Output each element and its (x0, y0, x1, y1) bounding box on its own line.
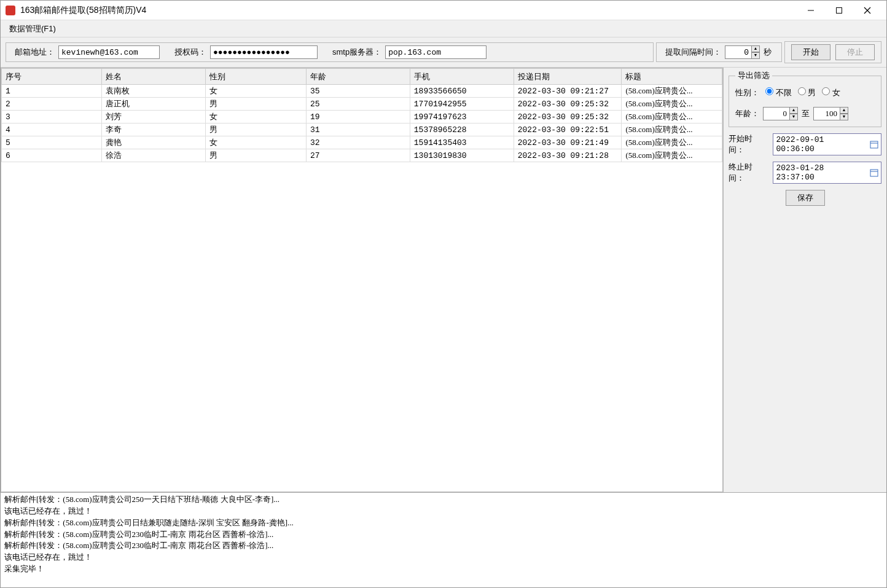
cell-age: 31 (306, 123, 410, 136)
cell-phone: 15378965228 (410, 123, 514, 136)
filter-legend: 导出筛选 (735, 70, 772, 81)
end-time-picker[interactable]: 2023-01-28 23:37:00 (773, 162, 881, 184)
cell-name: 刘芳 (102, 111, 206, 123)
interval-down[interactable]: ▼ (751, 52, 760, 59)
age-to-down[interactable]: ▼ (840, 114, 848, 120)
cell-age: 25 (306, 98, 410, 111)
age-to-label: 至 (802, 108, 810, 119)
cell-name: 徐浩 (102, 149, 206, 162)
svg-rect-4 (870, 141, 878, 148)
column-header[interactable]: 性别 (206, 69, 306, 85)
interval-up[interactable]: ▲ (751, 45, 760, 52)
cell-title: (58.com)应聘贵公... (622, 98, 722, 111)
gender-any-radio[interactable]: 不限 (765, 87, 792, 98)
app-icon (6, 6, 15, 15)
cell-seq: 4 (2, 123, 102, 136)
titlebar: 163邮箱邮件提取(58招聘简历)V4 (1, 1, 886, 20)
interval-label: 提取间隔时间： (665, 47, 721, 58)
mailbox-label: 邮箱地址： (15, 47, 55, 58)
log-line: 解析邮件[转发：(58.com)应聘贵公司230临时工-南京 雨花台区 西善桥-… (4, 529, 883, 541)
auth-input[interactable] (210, 45, 318, 59)
column-header[interactable]: 标题 (622, 69, 722, 85)
cell-phone: 15914135403 (410, 136, 514, 149)
menubar: 数据管理(F1) (1, 20, 886, 37)
app-window: 163邮箱邮件提取(58招聘简历)V4 数据管理(F1) 邮箱地址： 授权码： … (0, 0, 887, 588)
cell-gender: 男 (206, 98, 306, 111)
column-header[interactable]: 投递日期 (514, 69, 622, 85)
mailbox-input[interactable] (58, 45, 160, 59)
auth-label: 授权码： (174, 47, 206, 58)
cell-seq: 3 (2, 111, 102, 123)
stop-button: 停止 (835, 44, 875, 60)
gender-female-radio[interactable]: 女 (822, 87, 840, 98)
cell-title: (58.com)应聘贵公... (622, 123, 722, 136)
maximize-button[interactable] (825, 1, 853, 20)
interval-input[interactable] (725, 45, 752, 59)
log-panel[interactable]: 解析邮件[转发：(58.com)应聘贵公司250一天日结下班结-顺德 大良中区-… (1, 492, 886, 587)
cell-date: 2022-03-30 09:21:27 (514, 85, 622, 98)
calendar-icon (870, 140, 878, 149)
cell-phone: 19974197623 (410, 111, 514, 123)
cell-age: 19 (306, 111, 410, 123)
table-row[interactable]: 6徐浩男27130130198302022-03-30 09:21:28(58.… (2, 149, 722, 162)
log-line: 解析邮件[转发：(58.com)应聘贵公司250一天日结下班结-顺德 大良中区-… (4, 494, 883, 506)
start-button[interactable]: 开始 (791, 44, 830, 60)
cell-date: 2022-03-30 09:21:49 (514, 136, 622, 149)
cell-date: 2022-03-30 09:25:32 (514, 98, 622, 111)
end-time-label: 终止时间： (729, 162, 768, 184)
start-time-label: 开始时间： (729, 133, 768, 155)
toolbar: 邮箱地址： 授权码： smtp服务器： 提取间隔时间： ▲ ▼ 秒 开始 停止 (1, 37, 886, 68)
table-row[interactable]: 3刘芳女19199741976232022-03-30 09:25:32(58.… (2, 111, 722, 123)
age-from-up[interactable]: ▲ (789, 107, 798, 114)
cell-date: 2022-03-30 09:21:28 (514, 149, 622, 162)
table-row[interactable]: 5龚艳女32159141354032022-03-30 09:21:49(58.… (2, 136, 722, 149)
log-line: 该电话已经存在，跳过！ (4, 506, 883, 517)
save-button[interactable]: 保存 (786, 190, 825, 206)
cell-seq: 2 (2, 98, 102, 111)
cell-name: 袁南枚 (102, 85, 206, 98)
smtp-label: smtp服务器： (332, 47, 381, 58)
data-grid[interactable]: 序号姓名性别年龄手机投递日期标题 1袁南枚女35189335666502022-… (1, 68, 723, 492)
age-label: 年龄： (735, 108, 759, 119)
log-line: 解析邮件[转发：(58.com)应聘贵公司230临时工-南京 雨花台区 西善桥-… (4, 540, 883, 552)
cell-seq: 6 (2, 149, 102, 162)
column-header[interactable]: 姓名 (102, 69, 206, 85)
cell-name: 龚艳 (102, 136, 206, 149)
smtp-input[interactable] (385, 45, 486, 59)
column-header[interactable]: 序号 (2, 69, 102, 85)
gender-label: 性别： (735, 87, 759, 98)
calendar-icon (870, 168, 878, 177)
column-header[interactable]: 年龄 (306, 69, 410, 85)
svg-rect-6 (870, 170, 878, 176)
svg-rect-1 (837, 7, 842, 13)
cell-seq: 5 (2, 136, 102, 149)
cell-name: 唐正机 (102, 98, 206, 111)
cell-gender: 女 (206, 85, 306, 98)
age-from-input[interactable] (763, 107, 790, 120)
cell-phone: 13013019830 (410, 149, 514, 162)
menu-data-manage[interactable]: 数据管理(F1) (6, 22, 60, 36)
cell-name: 李奇 (102, 123, 206, 136)
table-row[interactable]: 1袁南枚女35189335666502022-03-30 09:21:27(58… (2, 85, 722, 98)
minimize-button[interactable] (797, 1, 825, 20)
cell-title: (58.com)应聘贵公... (622, 85, 722, 98)
table-row[interactable]: 4李奇男31153789652282022-03-30 09:22:51(58.… (2, 123, 722, 136)
table-row[interactable]: 2唐正机男25177019429552022-03-30 09:25:32(58… (2, 98, 722, 111)
cell-date: 2022-03-30 09:25:32 (514, 111, 622, 123)
log-line: 采集完毕！ (4, 563, 883, 575)
cell-phone: 18933566650 (410, 85, 514, 98)
age-from-down[interactable]: ▼ (789, 114, 798, 120)
column-header[interactable]: 手机 (410, 69, 514, 85)
age-to-input[interactable] (813, 107, 840, 120)
gender-male-radio[interactable]: 男 (798, 87, 816, 98)
start-time-picker[interactable]: 2022-09-01 00:36:00 (773, 133, 881, 155)
cell-gender: 女 (206, 136, 306, 149)
cell-title: (58.com)应聘贵公... (622, 111, 722, 123)
close-button[interactable] (853, 1, 881, 20)
cell-age: 32 (306, 136, 410, 149)
cell-date: 2022-03-30 09:22:51 (514, 123, 622, 136)
age-to-up[interactable]: ▲ (840, 107, 848, 114)
cell-title: (58.com)应聘贵公... (622, 136, 722, 149)
cell-gender: 男 (206, 123, 306, 136)
window-title: 163邮箱邮件提取(58招聘简历)V4 (20, 5, 797, 16)
